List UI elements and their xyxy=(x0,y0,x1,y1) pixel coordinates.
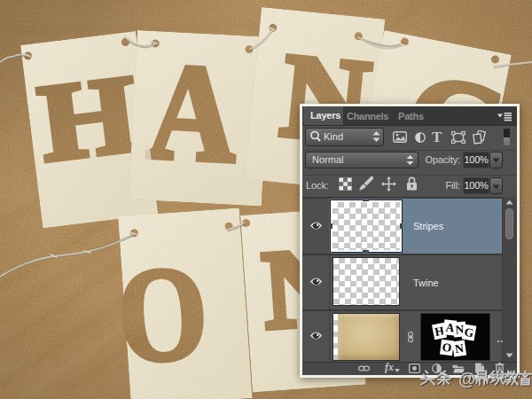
svg-text:@: @ xyxy=(458,369,476,388)
svg-text:O: O xyxy=(442,340,452,355)
